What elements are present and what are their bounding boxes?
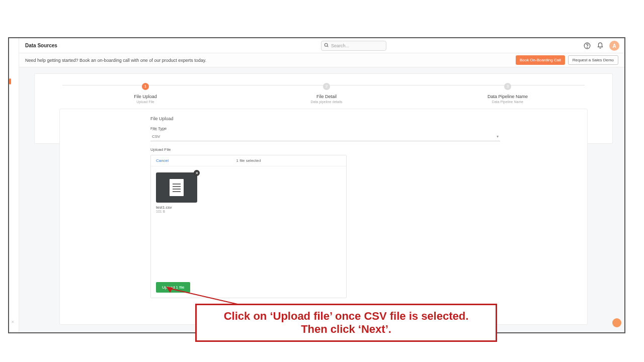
step-number: 1 (142, 83, 149, 90)
onboarding-banner: Need help getting started? Book an on-bo… (19, 53, 624, 67)
book-onboarding-button[interactable]: Book On-Boarding Call (516, 55, 565, 65)
step-pipeline-name[interactable]: 3 Data Pipeline Name Data Pipeline Name (467, 83, 548, 104)
remove-file-icon[interactable]: ✕ (194, 170, 200, 176)
upload-file-label: Upload File (150, 147, 503, 152)
document-icon (170, 179, 184, 196)
step-number: 2 (323, 83, 330, 90)
app-frame: Data Sources Search... A Need help getti… (8, 37, 625, 333)
selected-file-count: 1 file selected (236, 158, 261, 163)
sidebar-active-indicator (9, 78, 11, 84)
upload-area-header: Cancel 1 file selected (151, 155, 346, 166)
callout-line1: Click on ‘Upload file’ once CSV file is … (224, 310, 469, 323)
step-file-detail[interactable]: 2 File Detail Data pipeline details (286, 83, 367, 104)
sidebar (9, 38, 19, 332)
file-type-label: File Type (150, 126, 503, 131)
callout-line2: Then click ‘Next’. (301, 323, 391, 336)
instruction-callout: Click on ‘Upload file’ once CSV file is … (195, 304, 497, 342)
header-actions: A (583, 38, 619, 53)
file-type-value: CSV (152, 134, 160, 139)
dismiss-icon[interactable]: ✕ (11, 320, 15, 324)
file-name: test1.csv (156, 205, 197, 210)
file-thumbnail: ✕ test1.csv 101 B (156, 172, 197, 213)
step-label: File Upload (105, 94, 186, 99)
file-size: 101 B (156, 210, 197, 213)
file-type-inner-label: File Type (152, 128, 165, 131)
step-label: File Detail (286, 94, 367, 99)
svg-line-1 (327, 46, 328, 47)
file-upload-area: Cancel 1 file selected ✕ test1.csv 101 B (150, 155, 347, 298)
section-title: File Upload (150, 116, 503, 121)
help-icon[interactable] (583, 42, 591, 50)
request-demo-button[interactable]: Request a Sales Demo (568, 55, 618, 65)
avatar[interactable]: A (609, 41, 619, 51)
banner-message: Need help getting started? Book an on-bo… (25, 58, 206, 63)
cancel-upload-link[interactable]: Cancel (156, 158, 169, 163)
step-sublabel: Data pipeline details (286, 100, 367, 104)
bell-icon[interactable] (596, 42, 604, 50)
svg-point-3 (587, 47, 588, 48)
chevron-down-icon: ▾ (497, 134, 499, 139)
upload-form-card: File Upload File Type File Type CSV ▾ Up… (59, 109, 588, 325)
step-sublabel: Upload File (105, 100, 186, 104)
step-sublabel: Data Pipeline Name (467, 100, 548, 104)
search-icon (324, 43, 329, 49)
page-title: Data Sources (25, 43, 57, 48)
search-input[interactable]: Search... (321, 41, 386, 51)
step-file-upload[interactable]: 1 File Upload Upload File (105, 83, 186, 104)
app-header: Data Sources Search... A (19, 38, 624, 53)
search-placeholder: Search... (331, 43, 349, 48)
step-number: 3 (504, 83, 511, 90)
file-preview[interactable]: ✕ (156, 172, 197, 203)
chat-bubble-icon[interactable] (612, 318, 621, 327)
step-label: Data Pipeline Name (467, 94, 548, 99)
upload-file-button[interactable]: Upload 1 file (156, 282, 190, 293)
file-type-select[interactable]: CSV ▾ (150, 132, 500, 141)
svg-point-0 (325, 43, 328, 46)
